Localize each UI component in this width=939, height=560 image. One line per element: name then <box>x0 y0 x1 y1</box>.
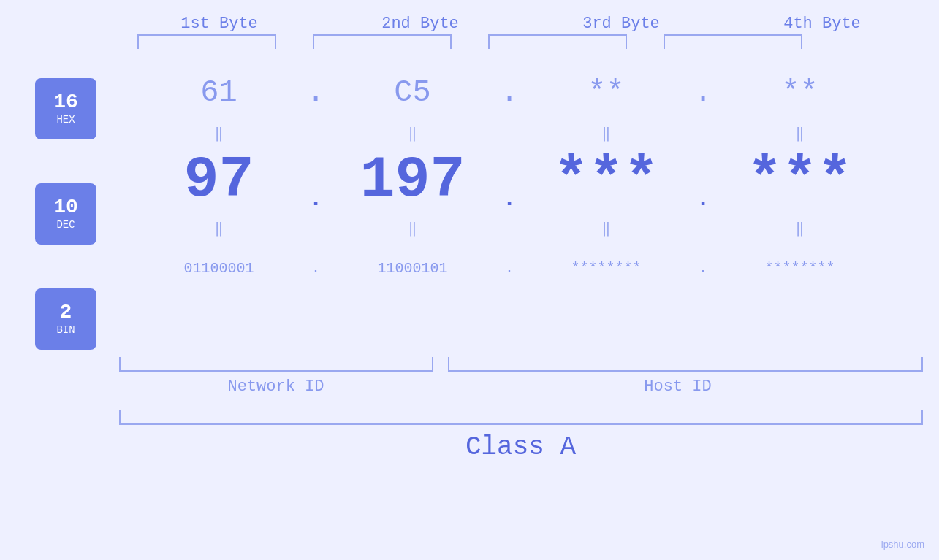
bin-b4: ******** <box>721 260 878 277</box>
dec-badge-number: 10 <box>53 197 78 218</box>
bracket-3 <box>488 34 627 49</box>
bin-badge-label: BIN <box>56 324 75 336</box>
bracket-4 <box>664 34 802 49</box>
hex-b1: 61 <box>140 75 297 110</box>
hex-badge-label: HEX <box>56 114 75 126</box>
id-labels: Network ID Host ID <box>119 377 923 396</box>
equals-row-1: ‖ ‖ ‖ ‖ <box>140 122 939 144</box>
eq1-b2: ‖ <box>334 124 491 142</box>
byte3-label: 3rd Byte <box>533 15 709 33</box>
bin-dot3: . <box>685 260 721 277</box>
byte-headers: 1st Byte 2nd Byte 3rd Byte 4th Byte <box>119 15 923 33</box>
hex-badge-number: 16 <box>53 92 78 112</box>
top-brackets <box>119 34 923 56</box>
byte2-label: 2nd Byte <box>332 15 508 33</box>
dec-badge: 10 DEC <box>35 183 96 245</box>
watermark: ipshu.com <box>881 539 924 550</box>
eq1-b4: ‖ <box>721 124 878 142</box>
eq2-b1: ‖ <box>140 219 297 237</box>
bottom-brackets <box>119 357 923 372</box>
hex-b2: C5 <box>334 75 491 110</box>
hex-row: 61 . C5 . ** . ** <box>140 64 939 122</box>
dec-b1: 97 <box>140 151 297 210</box>
full-bracket-line <box>119 410 923 425</box>
hex-dot3: . <box>685 75 721 110</box>
dec-dot1: . <box>297 185 334 212</box>
bin-badge: 2 BIN <box>35 288 96 350</box>
bracket-2 <box>313 34 452 49</box>
byte1-label: 1st Byte <box>132 15 307 33</box>
eq2-b2: ‖ <box>334 219 491 237</box>
dec-badge-label: DEC <box>56 219 75 231</box>
eq1-b1: ‖ <box>140 124 297 142</box>
hex-b3: ** <box>528 75 685 110</box>
bottom-section: Network ID Host ID <box>119 357 923 396</box>
bin-b3: ******** <box>528 260 685 277</box>
dec-b2: 197 <box>334 151 491 210</box>
dec-dot3: . <box>685 185 721 212</box>
hex-badge: 16 HEX <box>35 78 96 139</box>
bin-b1: 01100001 <box>140 260 297 277</box>
equals-row-2: ‖ ‖ ‖ ‖ <box>140 217 939 239</box>
host-id-label: Host ID <box>433 377 923 396</box>
dec-b4: *** <box>721 151 878 210</box>
hex-dot1: . <box>297 75 334 110</box>
bin-row: 01100001 . 11000101 . ******** . *******… <box>140 239 939 297</box>
hex-b4: ** <box>721 75 878 110</box>
bin-dot2: . <box>491 260 528 277</box>
host-bracket <box>448 357 923 372</box>
eq2-b4: ‖ <box>721 219 878 237</box>
badges-column: 16 HEX 10 DEC 2 BIN <box>35 78 96 350</box>
network-bracket <box>119 357 433 372</box>
bracket-1 <box>137 34 276 49</box>
dec-b3: *** <box>528 151 685 210</box>
hex-dot2: . <box>491 75 528 110</box>
main-container: 1st Byte 2nd Byte 3rd Byte 4th Byte 16 H… <box>0 0 939 560</box>
bin-dot1: . <box>297 260 334 277</box>
eq1-b3: ‖ <box>528 124 685 142</box>
class-label: Class A <box>119 432 923 462</box>
bin-badge-number: 2 <box>60 302 72 323</box>
bin-b2: 11000101 <box>334 260 491 277</box>
full-bracket-area: Class A <box>119 410 923 462</box>
eq2-b3: ‖ <box>528 219 685 237</box>
ip-grid: 61 . C5 . ** . ** ‖ ‖ ‖ ‖ 97 . <box>140 64 939 297</box>
network-id-label: Network ID <box>119 377 433 396</box>
content-area: 16 HEX 10 DEC 2 BIN 61 . C5 . ** . ** <box>0 64 939 350</box>
dec-dot2: . <box>491 185 528 212</box>
dec-row: 97 . 197 . *** . *** <box>140 144 939 217</box>
byte4-label: 4th Byte <box>734 15 910 33</box>
